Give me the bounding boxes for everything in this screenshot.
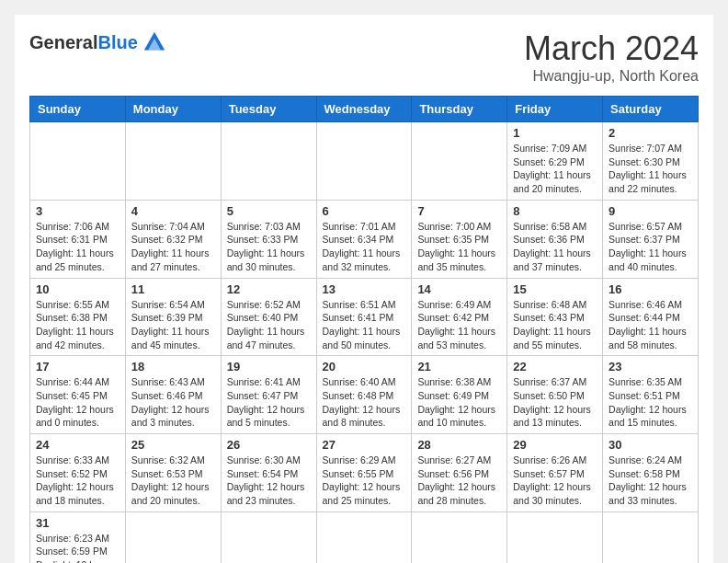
calendar-cell bbox=[603, 511, 699, 563]
day-info: Sunrise: 6:24 AM Sunset: 6:58 PM Dayligh… bbox=[609, 454, 692, 508]
day-number: 24 bbox=[36, 438, 119, 452]
calendar-cell: 24Sunrise: 6:33 AM Sunset: 6:52 PM Dayli… bbox=[30, 434, 126, 512]
day-number: 23 bbox=[609, 360, 692, 373]
calendar-cell: 13Sunrise: 6:51 AM Sunset: 6:41 PM Dayli… bbox=[316, 278, 412, 356]
day-info: Sunrise: 6:46 AM Sunset: 6:44 PM Dayligh… bbox=[609, 298, 692, 352]
logo-general-text: General bbox=[29, 32, 97, 53]
calendar-cell: 25Sunrise: 6:32 AM Sunset: 6:53 PM Dayli… bbox=[125, 434, 221, 512]
day-number: 26 bbox=[227, 438, 311, 452]
calendar-cell: 1Sunrise: 7:09 AM Sunset: 6:29 PM Daylig… bbox=[507, 122, 603, 201]
day-number: 14 bbox=[417, 282, 501, 296]
header-tuesday: Tuesday bbox=[221, 97, 316, 122]
day-number: 10 bbox=[36, 282, 119, 296]
calendar-cell bbox=[125, 511, 221, 563]
calendar-cell: 28Sunrise: 6:27 AM Sunset: 6:56 PM Dayli… bbox=[412, 434, 507, 512]
calendar-week-row: 31Sunrise: 6:23 AM Sunset: 6:59 PM Dayli… bbox=[30, 511, 699, 563]
calendar-cell: 26Sunrise: 6:30 AM Sunset: 6:54 PM Dayli… bbox=[221, 434, 316, 512]
day-info: Sunrise: 6:27 AM Sunset: 6:56 PM Dayligh… bbox=[417, 454, 501, 508]
day-info: Sunrise: 7:06 AM Sunset: 6:31 PM Dayligh… bbox=[36, 220, 119, 274]
day-number: 5 bbox=[227, 204, 311, 218]
header-sunday: Sunday bbox=[30, 97, 126, 122]
day-number: 29 bbox=[513, 438, 597, 452]
calendar-cell: 7Sunrise: 7:00 AM Sunset: 6:35 PM Daylig… bbox=[412, 200, 507, 278]
header-friday: Friday bbox=[507, 97, 603, 122]
day-number: 17 bbox=[36, 360, 119, 373]
header-monday: Monday bbox=[125, 97, 221, 122]
calendar-cell: 14Sunrise: 6:49 AM Sunset: 6:42 PM Dayli… bbox=[412, 278, 507, 356]
calendar-cell: 23Sunrise: 6:35 AM Sunset: 6:51 PM Dayli… bbox=[603, 356, 699, 434]
day-info: Sunrise: 7:04 AM Sunset: 6:32 PM Dayligh… bbox=[131, 220, 215, 274]
calendar-header-row: SundayMondayTuesdayWednesdayThursdayFrid… bbox=[30, 97, 699, 122]
day-info: Sunrise: 6:37 AM Sunset: 6:50 PM Dayligh… bbox=[513, 375, 597, 430]
day-info: Sunrise: 6:33 AM Sunset: 6:52 PM Dayligh… bbox=[36, 454, 119, 508]
header: General Blue March 2024 Hwangju-up, Nort… bbox=[29, 29, 699, 85]
calendar-week-row: 1Sunrise: 7:09 AM Sunset: 6:29 PM Daylig… bbox=[30, 122, 699, 201]
calendar-cell: 11Sunrise: 6:54 AM Sunset: 6:39 PM Dayli… bbox=[125, 278, 221, 356]
page: General Blue March 2024 Hwangju-up, Nort… bbox=[15, 15, 713, 563]
day-info: Sunrise: 6:55 AM Sunset: 6:38 PM Dayligh… bbox=[36, 298, 119, 352]
day-number: 28 bbox=[417, 438, 501, 452]
calendar-cell: 3Sunrise: 7:06 AM Sunset: 6:31 PM Daylig… bbox=[30, 200, 126, 278]
day-info: Sunrise: 6:43 AM Sunset: 6:46 PM Dayligh… bbox=[131, 375, 215, 430]
day-info: Sunrise: 6:40 AM Sunset: 6:48 PM Dayligh… bbox=[323, 375, 406, 430]
day-info: Sunrise: 6:48 AM Sunset: 6:43 PM Dayligh… bbox=[513, 298, 597, 352]
logo-icon bbox=[142, 29, 167, 55]
day-info: Sunrise: 7:09 AM Sunset: 6:29 PM Dayligh… bbox=[513, 142, 597, 196]
day-number: 11 bbox=[131, 282, 215, 296]
calendar-cell bbox=[316, 511, 412, 563]
day-number: 12 bbox=[227, 282, 311, 296]
calendar-week-row: 10Sunrise: 6:55 AM Sunset: 6:38 PM Dayli… bbox=[30, 278, 699, 356]
calendar-cell bbox=[507, 511, 603, 563]
calendar-cell: 22Sunrise: 6:37 AM Sunset: 6:50 PM Dayli… bbox=[507, 356, 603, 434]
day-info: Sunrise: 6:26 AM Sunset: 6:57 PM Dayligh… bbox=[513, 454, 597, 508]
calendar-week-row: 24Sunrise: 6:33 AM Sunset: 6:52 PM Dayli… bbox=[30, 434, 699, 512]
calendar-cell: 16Sunrise: 6:46 AM Sunset: 6:44 PM Dayli… bbox=[603, 278, 699, 356]
day-number: 8 bbox=[513, 204, 597, 218]
day-info: Sunrise: 6:51 AM Sunset: 6:41 PM Dayligh… bbox=[323, 298, 406, 352]
calendar-cell: 17Sunrise: 6:44 AM Sunset: 6:45 PM Dayli… bbox=[30, 356, 126, 434]
calendar-cell bbox=[412, 122, 507, 201]
day-info: Sunrise: 7:03 AM Sunset: 6:33 PM Dayligh… bbox=[227, 220, 311, 274]
day-info: Sunrise: 6:52 AM Sunset: 6:40 PM Dayligh… bbox=[227, 298, 311, 352]
calendar-week-row: 3Sunrise: 7:06 AM Sunset: 6:31 PM Daylig… bbox=[30, 200, 699, 278]
calendar-table: SundayMondayTuesdayWednesdayThursdayFrid… bbox=[29, 96, 699, 563]
calendar-cell: 5Sunrise: 7:03 AM Sunset: 6:33 PM Daylig… bbox=[221, 200, 316, 278]
calendar-cell: 18Sunrise: 6:43 AM Sunset: 6:46 PM Dayli… bbox=[125, 356, 221, 434]
calendar-cell bbox=[221, 122, 316, 201]
subtitle: Hwangju-up, North Korea bbox=[524, 68, 699, 85]
day-number: 31 bbox=[36, 516, 119, 530]
calendar-cell bbox=[316, 122, 412, 201]
calendar-cell: 30Sunrise: 6:24 AM Sunset: 6:58 PM Dayli… bbox=[603, 434, 699, 512]
day-info: Sunrise: 6:29 AM Sunset: 6:55 PM Dayligh… bbox=[323, 454, 406, 508]
day-info: Sunrise: 6:38 AM Sunset: 6:49 PM Dayligh… bbox=[417, 375, 501, 430]
day-number: 19 bbox=[227, 360, 311, 373]
day-number: 22 bbox=[513, 360, 597, 373]
calendar-cell bbox=[30, 122, 126, 201]
header-thursday: Thursday bbox=[412, 97, 507, 122]
day-number: 9 bbox=[609, 204, 692, 218]
calendar-cell: 8Sunrise: 6:58 AM Sunset: 6:36 PM Daylig… bbox=[507, 200, 603, 278]
calendar-week-row: 17Sunrise: 6:44 AM Sunset: 6:45 PM Dayli… bbox=[30, 356, 699, 434]
calendar-cell: 4Sunrise: 7:04 AM Sunset: 6:32 PM Daylig… bbox=[125, 200, 221, 278]
calendar-cell: 20Sunrise: 6:40 AM Sunset: 6:48 PM Dayli… bbox=[316, 356, 412, 434]
day-info: Sunrise: 6:32 AM Sunset: 6:53 PM Dayligh… bbox=[131, 454, 215, 508]
day-info: Sunrise: 6:23 AM Sunset: 6:59 PM Dayligh… bbox=[36, 532, 119, 563]
day-number: 25 bbox=[131, 438, 215, 452]
calendar-cell: 31Sunrise: 6:23 AM Sunset: 6:59 PM Dayli… bbox=[30, 511, 126, 563]
day-number: 3 bbox=[36, 204, 119, 218]
calendar-cell: 15Sunrise: 6:48 AM Sunset: 6:43 PM Dayli… bbox=[507, 278, 603, 356]
calendar-cell bbox=[221, 511, 316, 563]
day-info: Sunrise: 7:01 AM Sunset: 6:34 PM Dayligh… bbox=[323, 220, 406, 274]
calendar-cell bbox=[412, 511, 507, 563]
day-number: 1 bbox=[513, 126, 597, 140]
day-info: Sunrise: 7:00 AM Sunset: 6:35 PM Dayligh… bbox=[417, 220, 501, 274]
calendar-cell: 21Sunrise: 6:38 AM Sunset: 6:49 PM Dayli… bbox=[412, 356, 507, 434]
day-info: Sunrise: 6:57 AM Sunset: 6:37 PM Dayligh… bbox=[609, 220, 692, 274]
day-number: 7 bbox=[417, 204, 501, 218]
day-number: 18 bbox=[131, 360, 215, 373]
logo: General Blue bbox=[29, 29, 167, 55]
day-number: 4 bbox=[131, 204, 215, 218]
day-number: 20 bbox=[323, 360, 406, 373]
day-number: 27 bbox=[323, 438, 406, 452]
day-info: Sunrise: 6:30 AM Sunset: 6:54 PM Dayligh… bbox=[227, 454, 311, 508]
